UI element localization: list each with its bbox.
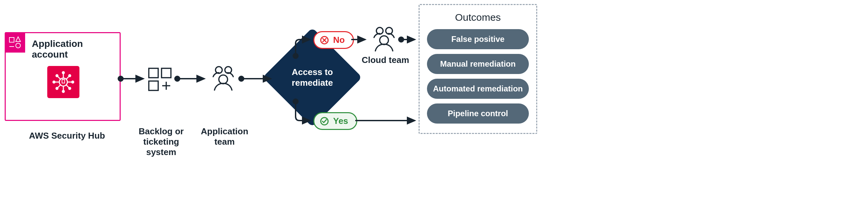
outcome-item: Pipeline control [427,103,529,124]
svg-marker-1 [16,37,21,41]
outcome-item: False positive [427,29,529,49]
svg-rect-24 [149,81,158,90]
check-circle-icon [320,117,329,126]
shapes-icon [8,36,22,49]
svg-point-7 [62,72,64,74]
svg-point-2 [16,43,21,48]
x-circle-icon [320,35,329,45]
svg-line-20 [66,85,69,88]
svg-point-19 [56,87,58,89]
cloud-team-icon [370,26,399,54]
svg-line-16 [66,76,69,80]
security-hub-label: AWS Security Hub [29,131,105,141]
decision-no-pill: No [313,31,354,49]
svg-point-15 [56,75,58,77]
svg-point-42 [239,76,244,81]
backlog-label: Backlog or ticketing system [129,126,193,158]
security-hub-icon [47,66,80,98]
svg-line-18 [58,85,61,88]
svg-point-17 [69,75,71,77]
svg-line-14 [58,76,61,80]
outcomes-title: Outcomes [427,12,529,23]
cloud-team-label: Cloud team [360,55,410,65]
application-team-icon [209,65,238,93]
svg-point-9 [62,90,64,92]
decision-label: Access to remediate [277,42,347,113]
svg-point-29 [219,75,227,84]
application-account-box: Application account [5,32,121,121]
svg-point-21 [69,87,71,89]
outcome-item: Manual remediation [427,54,529,74]
decision-access-to-remediate: Access to remediate [277,42,347,113]
outcome-item: Automated remediation [427,79,529,99]
svg-rect-23 [161,68,171,78]
svg-point-11 [53,81,55,83]
account-tab-icon [5,32,25,53]
svg-point-40 [175,76,180,81]
svg-point-46 [399,37,403,42]
decision-yes-pill: Yes [313,112,357,130]
outcomes-box: Outcomes False positive Manual remediati… [418,4,537,134]
no-label: No [333,35,345,45]
svg-point-13 [72,81,74,83]
svg-rect-0 [9,37,14,42]
svg-rect-22 [149,68,158,78]
application-team-label: Application team [198,126,251,147]
svg-point-36 [380,36,389,44]
yes-label: Yes [333,116,348,126]
svg-rect-5 [62,80,65,83]
application-account-title: Application account [32,38,120,60]
backlog-icon [147,67,173,93]
